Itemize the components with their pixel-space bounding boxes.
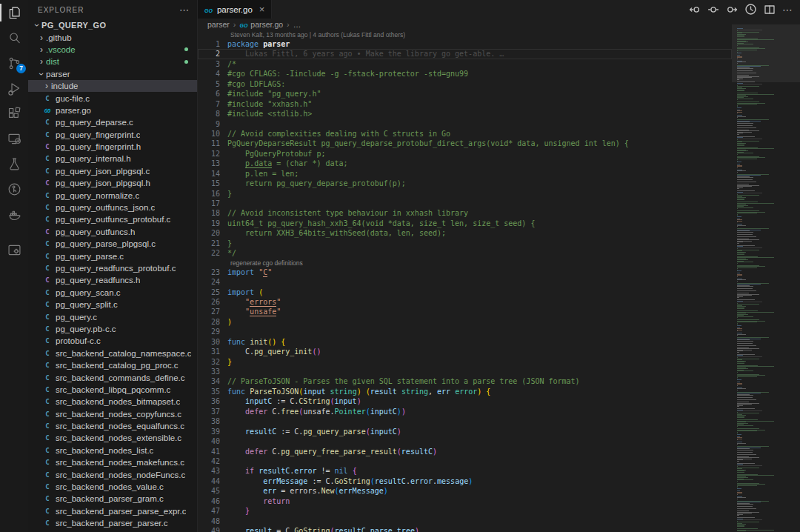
remote-explorer-icon[interactable] <box>0 126 28 151</box>
chevron-right-icon[interactable]: › <box>37 58 46 65</box>
tree-item-src-backend-nodes-equalfuncs.c[interactable]: Csrc_backend_nodes_equalfuncs.c <box>28 420 197 432</box>
code-line-27[interactable]: 27 "unsafe" <box>198 307 732 316</box>
breadcrumb-item[interactable]: GOparser.go <box>239 20 283 29</box>
tree-item-.github[interactable]: ›.github <box>28 31 197 43</box>
tools-icon[interactable] <box>0 237 28 262</box>
tree-item-src-backend-nodes-makefuncs.c[interactable]: Csrc_backend_nodes_makefuncs.c <box>28 456 197 468</box>
tree-item-pg-query-readfuncs.h[interactable]: Cpg_query_readfuncs.h <box>28 274 197 286</box>
tree-item-protobuf-c.c[interactable]: Cprotobuf-c.c <box>28 335 197 347</box>
tree-item-parser[interactable]: ›parser <box>28 68 197 80</box>
more-actions-icon[interactable]: ⋯ <box>782 4 793 16</box>
code-line-9[interactable]: 9 <box>198 119 732 129</box>
source-control-icon[interactable]: 7 <box>0 50 28 76</box>
code-line-10[interactable]: 10// Avoid complexities dealing with C s… <box>198 129 732 139</box>
chevron-right-icon[interactable]: › <box>37 46 46 53</box>
tab-parser-go[interactable]: GO parser.go × <box>198 0 272 19</box>
tree-item-pg-query-parse-plpgsql.c[interactable]: Cpg_query_parse_plpgsql.c <box>28 238 197 250</box>
tree-item-pg-query-split.c[interactable]: Cpg_query_split.c <box>28 299 197 310</box>
tree-item-src-backend-nodes-list.c[interactable]: Csrc_backend_nodes_list.c <box>28 445 197 456</box>
close-tab-icon[interactable]: × <box>259 4 265 15</box>
tree-item-src-backend-nodes-nodefuncs.c[interactable]: Csrc_backend_nodes_nodeFuncs.c <box>28 468 197 480</box>
tree-item-src-backend-nodes-value.c[interactable]: Csrc_backend_nodes_value.c <box>28 481 197 493</box>
tree-item-pg-query-outfuncs-json.c[interactable]: Cpg_query_outfuncs_json.c <box>28 202 197 213</box>
code-line-41[interactable]: 41 defer C.pg_query_free_parse_result(re… <box>198 447 732 456</box>
code-pane[interactable]: Steven Kalt, 13 months ago | 4 authors (… <box>198 30 732 532</box>
tree-item-src-backend-libpq-pqcomm.c[interactable]: Csrc_backend_libpq_pqcomm.c <box>28 384 197 396</box>
tree-item-src-backend-commands-define.c[interactable]: Csrc_backend_commands_define.c <box>28 371 197 383</box>
code-line-42[interactable]: 42 <box>198 456 732 466</box>
pull-request-icon[interactable] <box>0 176 28 202</box>
code-line-1[interactable]: 1package parser <box>198 39 732 49</box>
code-line-37[interactable]: 37 defer C.free(unsafe.Pointer(inputC)) <box>198 407 732 416</box>
tree-item-pg-query-fingerprint.c[interactable]: Cpg_query_fingerprint.c <box>28 129 197 141</box>
tree-item-pg-query-scan.c[interactable]: Cpg_query_scan.c <box>28 287 197 299</box>
code-line-47[interactable]: 47 } <box>198 506 732 516</box>
code-line-4[interactable]: 4#cgo CFLAGS: -Iinclude -g -fstack-prote… <box>198 69 732 79</box>
tree-item-pg-query-go[interactable]: ›PG_QUERY_GO <box>28 19 197 31</box>
tree-item-pg-query-json-plpgsql.h[interactable]: Cpg_query_json_plpgsql.h <box>28 177 197 189</box>
code-line-34[interactable]: 34// ParseToJSON - Parses the given SQL … <box>198 376 732 386</box>
tree-item-pg-query.c[interactable]: Cpg_query.c <box>28 310 197 322</box>
tree-item-pg-query-outfuncs.h[interactable]: Cpg_query_outfuncs.h <box>28 226 197 238</box>
code-line-5[interactable]: 5#cgo LDFLAGS: <box>198 79 732 89</box>
tree-item-pg-query.pb-c.c[interactable]: Cpg_query.pb-c.c <box>28 323 197 335</box>
code-line-8[interactable]: 8#include <stdlib.h> <box>198 109 732 119</box>
tree-item-pg-query-deparse.c[interactable]: Cpg_query_deparse.c <box>28 116 197 128</box>
docker-icon[interactable] <box>0 202 28 227</box>
extensions-icon[interactable] <box>0 101 28 126</box>
code-line-49[interactable]: 49 result = C.GoString(resultC.parse_tre… <box>198 526 732 532</box>
tree-item-dist[interactable]: ›dist <box>28 56 197 67</box>
code-line-16[interactable]: 16} <box>198 189 732 199</box>
code-line-44[interactable]: 44 errMessage := C.GoString(resultC.erro… <box>198 476 732 486</box>
testing-icon[interactable] <box>0 151 28 176</box>
code-line-13[interactable]: 13 p.data = (char *) data; <box>198 159 732 168</box>
chevron-right-icon[interactable]: › <box>42 82 51 90</box>
chevron-down-icon[interactable]: › <box>38 70 45 79</box>
code-line-43[interactable]: 43 if resultC.error != nil { <box>198 466 732 476</box>
code-line-17[interactable]: 17 <box>198 199 732 208</box>
tree-item-pg-query-internal.h[interactable]: Cpg_query_internal.h <box>28 153 197 164</box>
codelens[interactable]: regenerate cgo definitions <box>198 259 732 267</box>
code-line-28[interactable]: 28) <box>198 317 732 327</box>
code-line-40[interactable]: 40 <box>198 436 732 446</box>
code-line-39[interactable]: 39 resultC := C.pg_query_parse(inputC) <box>198 427 732 436</box>
code-line-46[interactable]: 46 return <box>198 496 732 506</box>
code-line-2[interactable]: 2 Lukas Fittl, 6 years ago • Make the li… <box>198 49 732 59</box>
code-line-15[interactable]: 15 return pg_query_deparse_protobuf(p); <box>198 179 732 188</box>
code-line-7[interactable]: 7#include "xxhash.h" <box>198 99 732 109</box>
code-line-23[interactable]: 23import "C" <box>198 267 732 277</box>
code-line-22[interactable]: 22*/ <box>198 248 732 258</box>
explorer-icon[interactable] <box>0 0 28 25</box>
code-line-26[interactable]: 26 "errors" <box>198 297 732 307</box>
tree-item-pg-query-readfuncs-protobuf.c[interactable]: Cpg_query_readfuncs_protobuf.c <box>28 262 197 274</box>
run-history-icon[interactable] <box>744 3 757 16</box>
chevron-down-icon[interactable]: › <box>33 21 41 30</box>
code-line-33[interactable]: 33 <box>198 367 732 376</box>
run-debug-icon[interactable] <box>0 76 28 101</box>
tree-item-.vscode[interactable]: ›.vscode <box>28 44 197 56</box>
code-line-19[interactable]: 19uint64_t pg_query_hash_xxh3_64(void *d… <box>198 219 732 228</box>
nav-back-icon[interactable] <box>689 4 701 16</box>
tree-item-src-backend-nodes-extensible.c[interactable]: Csrc_backend_nodes_extensible.c <box>28 432 197 444</box>
code-line-48[interactable]: 48 <box>198 516 732 526</box>
tree-item-src-backend-nodes-copyfuncs.c[interactable]: Csrc_backend_nodes_copyfuncs.c <box>28 408 197 420</box>
tree-item-guc-file.c[interactable]: Cguc-file.c <box>28 92 197 104</box>
breadcrumb-item[interactable]: … <box>293 20 301 29</box>
code-line-38[interactable]: 38 <box>198 416 732 426</box>
tree-item-include[interactable]: ›include <box>28 80 197 92</box>
tree-item-src-backend-parser-parse-expr.c[interactable]: Csrc_backend_parser_parse_expr.c <box>28 505 197 517</box>
nav-forward-icon[interactable] <box>726 4 738 16</box>
breadcrumb-item[interactable]: parser <box>207 20 230 29</box>
tree-item-src-backend-catalog-pg-proc.c[interactable]: Csrc_backend_catalog_pg_proc.c <box>28 359 197 371</box>
code-line-30[interactable]: 30func init() { <box>198 337 732 347</box>
tree-item-src-backend-parser-parser.c[interactable]: Csrc_backend_parser_parser.c <box>28 517 197 529</box>
tree-item-pg-query-parse.c[interactable]: Cpg_query_parse.c <box>28 250 197 262</box>
code-line-24[interactable]: 24 <box>198 277 732 287</box>
nav-circle-icon[interactable] <box>707 4 719 16</box>
code-line-21[interactable]: 21} <box>198 239 732 248</box>
tree-item-src-backend-parser-gram.c[interactable]: Csrc_backend_parser_gram.c <box>28 493 197 505</box>
explorer-more-actions-icon[interactable]: ⋯ <box>179 4 190 16</box>
code-line-3[interactable]: 3/* <box>198 59 732 69</box>
code-line-20[interactable]: 20 return XXH3_64bits_withSeed(data, len… <box>198 228 732 238</box>
chevron-right-icon[interactable]: › <box>37 34 46 41</box>
